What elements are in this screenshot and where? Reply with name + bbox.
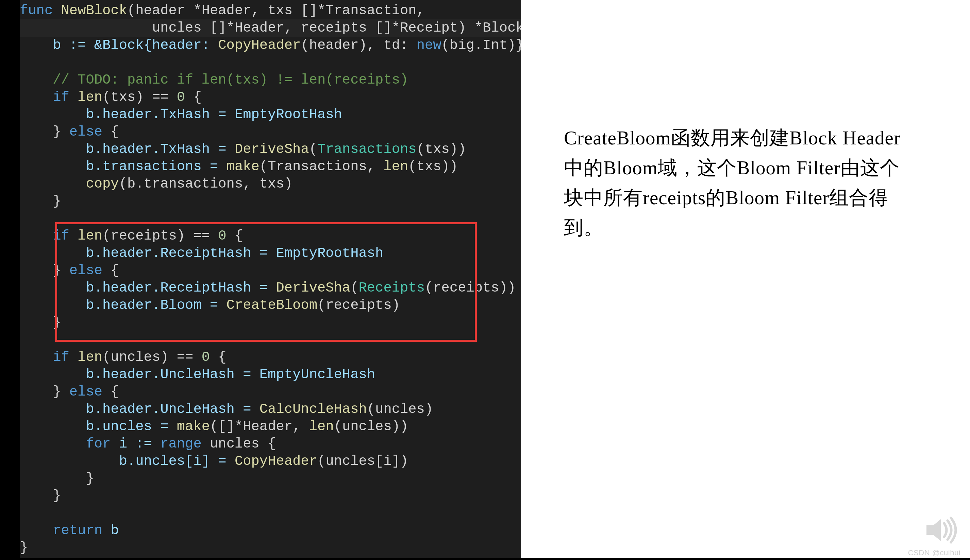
code-token: (receipts)) — [425, 280, 516, 296]
code-token: if — [53, 228, 69, 243]
code-token: 0 — [202, 349, 210, 365]
code-token: b := &Block{header: — [53, 37, 218, 53]
code-token: return — [53, 523, 102, 538]
code-token: (uncles)) — [334, 418, 408, 434]
code-token: CalcUncleHash — [259, 401, 367, 417]
code-token: len — [77, 349, 102, 365]
code-token: b.header.UncleHash = — [86, 401, 259, 417]
code-token: (receipts) == — [102, 228, 218, 243]
code-token: } — [53, 315, 61, 330]
code-token: if — [53, 349, 69, 365]
code-token: b.header.TxHash = EmptyRootHash — [86, 107, 342, 122]
code-token: copy — [86, 176, 119, 192]
code-token: { — [102, 124, 119, 140]
code-token: make — [226, 159, 259, 174]
code-token: (uncles) — [367, 401, 433, 417]
code-token: (uncles[i]) — [317, 453, 408, 469]
code-token: len — [309, 418, 334, 434]
code-token: } — [86, 471, 94, 486]
watermark-text: CSDN @cuihui — [908, 548, 960, 557]
code-token: (receipts) — [317, 297, 400, 313]
code-token: 0 — [218, 228, 226, 243]
code-token: (b.transactions, txs) — [119, 176, 293, 192]
code-token: ( — [309, 142, 317, 157]
code-token: (txs)) — [416, 142, 466, 157]
code-token: if — [53, 89, 69, 105]
code-token: CopyHeader — [218, 37, 301, 53]
code-token: { — [210, 349, 226, 365]
code-token: b.uncles[i] = — [119, 453, 235, 469]
code-token: range — [160, 436, 202, 452]
code-token: new — [416, 37, 442, 53]
code-token: else — [69, 124, 102, 140]
code-token: b.uncles = — [86, 418, 177, 434]
code-token: } — [20, 540, 28, 556]
code-token: i := — [110, 436, 160, 452]
code-token: for — [86, 436, 110, 452]
code-token: } — [53, 488, 61, 503]
code-token: } — [53, 384, 69, 400]
code-token: make — [177, 418, 210, 434]
code-token: (Transactions, — [259, 159, 384, 174]
slide-root: func NewBlock(header *Header, txs []*Tra… — [0, 0, 970, 560]
left-black-strip — [0, 0, 20, 560]
code-token: len — [383, 159, 408, 174]
code-token: b.header.TxHash = — [86, 142, 234, 157]
code-token: CreateBloom — [226, 297, 317, 313]
code-token: ( — [350, 280, 358, 296]
code-token: uncles []*Header, receipts []*Receipt) *… — [152, 20, 521, 36]
code-token: { — [185, 89, 202, 105]
code-token: (header), td: — [301, 37, 416, 53]
svg-marker-0 — [927, 519, 941, 541]
code-token: { — [102, 263, 119, 278]
code-token: Transactions — [317, 142, 416, 157]
code-token: (header *Header, txs []*Transaction, — [127, 3, 425, 18]
code-token: uncles { — [202, 436, 276, 452]
code-token: 0 — [177, 89, 185, 105]
code-token: (big.Int)} — [442, 37, 521, 53]
code-token: b.transactions = — [86, 159, 226, 174]
code-token: CopyHeader — [235, 453, 317, 469]
code-token: else — [69, 384, 102, 400]
code-token: Receipts — [359, 280, 425, 296]
code-token: ([]*Header, — [210, 418, 309, 434]
code-token: } — [53, 124, 69, 140]
code-token: (txs)) — [408, 159, 458, 174]
code-token: b.header.ReceiptHash = EmptyRootHash — [86, 245, 383, 261]
code-token: b — [102, 523, 119, 538]
code-token: DeriveSha — [235, 142, 309, 157]
code-token: len — [77, 89, 102, 105]
code-token: func — [20, 3, 53, 18]
code-token: } — [53, 193, 61, 209]
speaker-icon — [924, 516, 958, 544]
code-token: b.header.UncleHash = EmptyUncleHash — [86, 367, 375, 382]
code-token: len — [77, 228, 102, 243]
code-token: else — [69, 263, 102, 278]
code-token: } — [53, 263, 69, 278]
code-token: (uncles) == — [102, 349, 202, 365]
code-token: b.header.Bloom = — [86, 297, 226, 313]
code-token: DeriveSha — [276, 280, 350, 296]
explanation-text: CreateBloom函数用来创建Block Header中的Bloom域，这个… — [564, 123, 911, 243]
code-panel: func NewBlock(header *Header, txs []*Tra… — [20, 0, 521, 558]
code-token: { — [102, 384, 119, 400]
code-block: func NewBlock(header *Header, txs []*Tra… — [20, 0, 521, 557]
bottom-black-strip — [0, 558, 970, 560]
code-comment: // TODO: panic if len(txs) != len(receip… — [53, 72, 408, 88]
code-token: { — [226, 228, 243, 243]
code-token: b.header.ReceiptHash = — [86, 280, 276, 296]
code-token: (txs) == — [102, 89, 177, 105]
code-token: NewBlock — [61, 3, 127, 18]
